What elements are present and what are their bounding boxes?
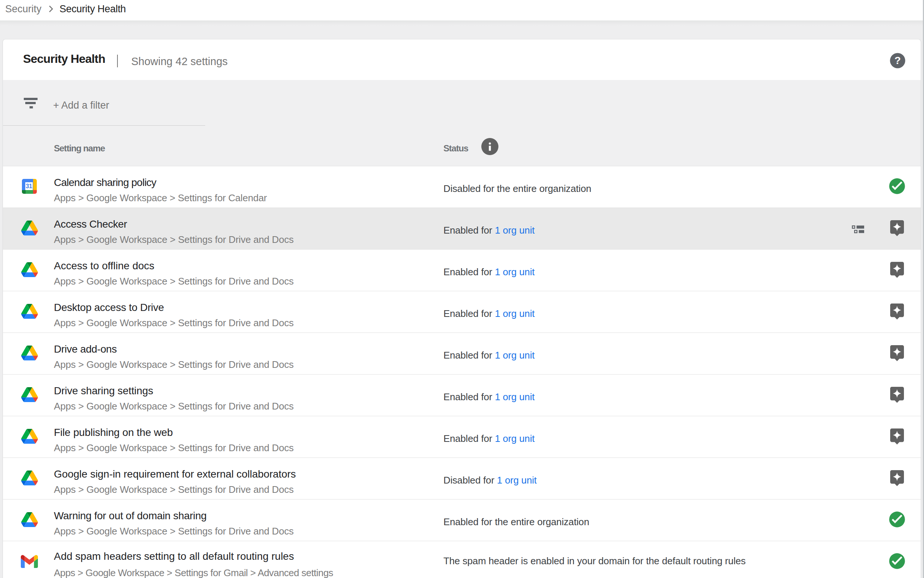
svg-text:?: ? bbox=[894, 55, 901, 66]
